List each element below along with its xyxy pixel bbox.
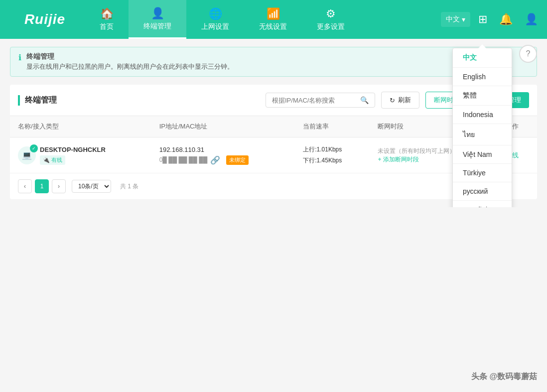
nav-item-wireless[interactable]: 📶 无线设置 [244, 0, 302, 39]
brand-logo: Ruijie [24, 11, 65, 27]
col-name-type: 名称/接入类型 [10, 116, 151, 137]
home-icon: 🏠 [100, 7, 114, 20]
info-icon: ℹ [18, 53, 21, 62]
device-name-cell: 💻 ✓ DESKTOP-NGHCKLR 🔌 有线 [10, 137, 151, 173]
nav-label-terminal: 终端管理 [143, 22, 171, 31]
lang-option-en[interactable]: English [453, 68, 512, 86]
language-dropdown: 中文 English 繁體 Indonesia ไทย Việt Nam Tür… [452, 48, 512, 207]
ip-address: 192.168.110.31 [159, 146, 287, 153]
info-title: 终端管理 [26, 52, 234, 61]
upload-speed: 上行:1.01Kbps [303, 144, 362, 155]
next-page-button[interactable]: › [52, 179, 66, 193]
nav-item-terminal[interactable]: 👤 终端管理 [129, 0, 186, 39]
nav-label-network: 上网设置 [201, 22, 229, 31]
section-title: 终端管理 [18, 95, 57, 106]
prev-page-button[interactable]: ‹ [18, 179, 32, 193]
lang-option-zh[interactable]: 中文 [453, 48, 512, 68]
lang-option-ru[interactable]: русский [453, 182, 512, 201]
help-button[interactable]: ? [519, 45, 537, 63]
lang-option-tw[interactable]: 繁體 [453, 86, 512, 106]
nav-item-more[interactable]: ⚙ 更多设置 [302, 0, 360, 39]
device-info: DESKTOP-NGHCKLR 🔌 有线 [40, 146, 106, 165]
wired-icon: 🔌 [43, 157, 50, 163]
language-button[interactable]: 中文 ▾ [441, 12, 470, 27]
info-text-block: 终端管理 显示在线用户和已拉黑的用户。刚离线的用户会在此列表中显示三分钟。 [26, 52, 234, 71]
unbound-badge: 未绑定 [226, 155, 249, 165]
total-count: 共 1 条 [120, 182, 138, 191]
logo-area: Ruijie [5, 11, 85, 27]
top-navigation: Ruijie 🏠 首页 👤 终端管理 🌐 上网设置 📶 无线设置 ⚙ 更多设置 … [0, 0, 547, 39]
user-profile-icon[interactable]: 👤 [521, 9, 542, 30]
refresh-icon: ↻ [390, 97, 395, 104]
terminal-icon: 👤 [151, 7, 164, 20]
nav-label-wireless: 无线设置 [259, 22, 287, 31]
col-speed: 当前速率 [295, 116, 370, 137]
connection-type-badge: 🔌 有线 [40, 155, 65, 165]
link-icon[interactable]: 🔗 [210, 155, 220, 165]
device-icon-wrapper: 💻 ✓ [18, 146, 36, 164]
search-box: 🔍 [266, 93, 375, 108]
lang-option-th[interactable]: ไทย [453, 124, 512, 145]
lang-option-es[interactable]: español [453, 201, 512, 207]
nav-item-home[interactable]: 🏠 首页 [85, 0, 129, 39]
nav-item-network[interactable]: 🌐 上网设置 [186, 0, 244, 39]
lang-option-vn[interactable]: Việt Nam [453, 145, 512, 164]
mac-row: 0█ ██ ██ ██ ██ 🔗 未绑定 [159, 155, 287, 165]
lang-option-id[interactable]: Indonesia [453, 106, 512, 124]
wireless-icon: 📶 [267, 7, 280, 20]
nav-label-home: 首页 [100, 22, 114, 31]
network-icon: 🌐 [209, 7, 222, 20]
device-name-wrapper: 💻 ✓ DESKTOP-NGHCKLR 🔌 有线 [18, 146, 143, 165]
current-language: 中文 [446, 15, 460, 24]
chevron-down-icon: ▾ [462, 15, 465, 23]
nav-label-more: 更多设置 [317, 22, 345, 31]
qr-code-icon[interactable]: ⊞ [474, 9, 491, 30]
search-input[interactable] [272, 97, 356, 104]
download-speed: 下行:1.45Kbps [303, 155, 362, 166]
search-icon: 🔍 [360, 96, 369, 104]
device-status-badge: ✓ [30, 144, 38, 152]
ip-mac-cell: 192.168.110.31 0█ ██ ██ ██ ██ 🔗 未绑定 [151, 137, 295, 173]
col-ip-mac: IP地址/MAC地址 [151, 116, 295, 137]
more-settings-icon: ⚙ [326, 7, 336, 20]
speed-cell: 上行:1.01Kbps 下行:1.45Kbps [295, 137, 370, 173]
notification-icon[interactable]: 🔔 [495, 9, 517, 30]
refresh-button[interactable]: ↻ 刷新 [381, 92, 419, 109]
device-hostname: DESKTOP-NGHCKLR [40, 146, 106, 153]
page-1-button[interactable]: 1 [35, 179, 49, 193]
nav-items: 🏠 首页 👤 终端管理 🌐 上网设置 📶 无线设置 ⚙ 更多设置 [85, 0, 441, 39]
info-description: 显示在线用户和已拉黑的用户。刚离线的用户会在此列表中显示三分钟。 [26, 62, 234, 71]
page-size-select[interactable]: 10条/页 20条/页 50条/页 [72, 180, 111, 193]
lang-option-tr[interactable]: Türkiye [453, 164, 512, 182]
mac-address: 0█ ██ ██ ██ ██ [159, 156, 208, 163]
nav-right-area: 中文 ▾ ⊞ 🔔 👤 中文 English 繁體 Indonesia ไทย V… [441, 9, 542, 30]
